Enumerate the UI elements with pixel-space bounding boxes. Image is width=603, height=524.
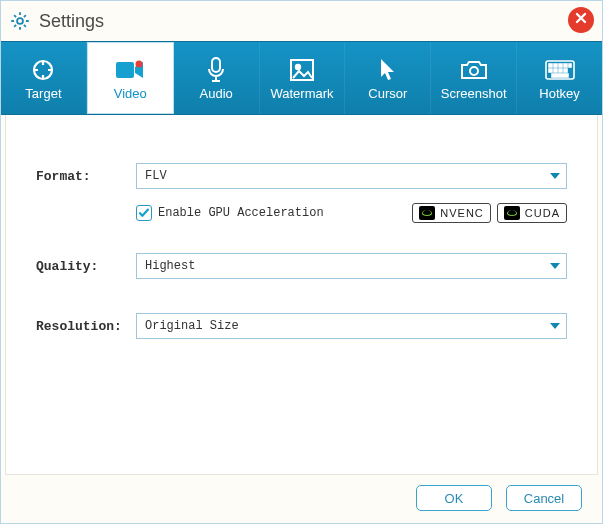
svg-rect-12 (564, 64, 567, 67)
tab-label: Screenshot (441, 86, 507, 101)
gear-icon (9, 10, 31, 32)
quality-value: Highest (145, 259, 195, 273)
tab-label: Cursor (368, 86, 407, 101)
format-label: Format: (36, 169, 136, 184)
target-icon (28, 56, 58, 84)
tab-audio[interactable]: Audio (174, 42, 260, 114)
titlebar: Settings (1, 1, 602, 41)
tab-watermark[interactable]: Watermark (260, 42, 346, 114)
hotkey-icon (545, 56, 575, 84)
chevron-down-icon (550, 263, 560, 269)
svg-point-0 (17, 18, 23, 24)
tab-label: Audio (200, 86, 233, 101)
video-icon (115, 56, 145, 84)
tab-cursor[interactable]: Cursor (345, 42, 431, 114)
format-value: FLV (145, 169, 167, 183)
resolution-row: Resolution: Original Size (36, 313, 567, 339)
footer: OK Cancel (1, 475, 602, 521)
nvidia-icon (504, 206, 520, 220)
tab-video[interactable]: Video (87, 42, 174, 114)
gpu-checkbox[interactable]: Enable GPU Acceleration (136, 205, 324, 221)
svg-rect-18 (552, 74, 568, 77)
tab-label: Watermark (270, 86, 333, 101)
window-title: Settings (39, 11, 104, 32)
audio-icon (201, 56, 231, 84)
cuda-label: CUDA (525, 207, 560, 219)
ok-button[interactable]: OK (416, 485, 492, 511)
svg-point-3 (136, 60, 143, 67)
nvenc-label: NVENC (440, 207, 484, 219)
resolution-select[interactable]: Original Size (136, 313, 567, 339)
svg-rect-2 (116, 62, 134, 78)
svg-rect-14 (549, 69, 552, 72)
settings-panel: Format: FLV Enable GPU Acceleration NVEN… (5, 115, 598, 475)
svg-point-6 (296, 64, 300, 68)
svg-rect-13 (569, 64, 571, 67)
checkbox-box (136, 205, 152, 221)
gpu-badges: NVENC CUDA (412, 203, 567, 223)
nvidia-icon (419, 206, 435, 220)
chevron-down-icon (550, 323, 560, 329)
gpu-row: Enable GPU Acceleration NVENC CUDA (136, 203, 567, 223)
gpu-checkbox-label: Enable GPU Acceleration (158, 206, 324, 220)
close-button[interactable] (568, 7, 594, 33)
quality-label: Quality: (36, 259, 136, 274)
tab-hotkey[interactable]: Hotkey (517, 42, 602, 114)
nvenc-badge: NVENC (412, 203, 491, 223)
format-row: Format: FLV (36, 163, 567, 189)
svg-rect-4 (212, 58, 220, 72)
svg-rect-9 (549, 64, 552, 67)
svg-rect-11 (559, 64, 562, 67)
svg-rect-15 (554, 69, 557, 72)
quality-select[interactable]: Highest (136, 253, 567, 279)
svg-point-7 (470, 67, 478, 75)
close-icon (574, 11, 588, 29)
cuda-badge: CUDA (497, 203, 567, 223)
cancel-label: Cancel (524, 491, 564, 506)
ok-label: OK (445, 491, 464, 506)
tab-target[interactable]: Target (1, 42, 87, 114)
quality-row: Quality: Highest (36, 253, 567, 279)
chevron-down-icon (550, 173, 560, 179)
cancel-button[interactable]: Cancel (506, 485, 582, 511)
format-select[interactable]: FLV (136, 163, 567, 189)
cursor-icon (373, 56, 403, 84)
tab-strip: Target Video Audio Watermark Cursor Scre… (1, 41, 602, 115)
screenshot-icon (459, 56, 489, 84)
resolution-label: Resolution: (36, 319, 136, 334)
tab-label: Video (114, 86, 147, 101)
tab-screenshot[interactable]: Screenshot (431, 42, 517, 114)
svg-rect-16 (559, 69, 562, 72)
svg-rect-10 (554, 64, 557, 67)
tab-label: Target (25, 86, 61, 101)
tab-label: Hotkey (539, 86, 579, 101)
svg-rect-17 (564, 69, 567, 72)
watermark-icon (287, 56, 317, 84)
resolution-value: Original Size (145, 319, 239, 333)
